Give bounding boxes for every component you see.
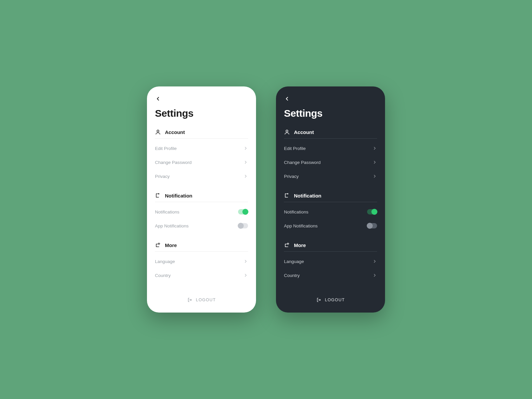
chevron-left-icon: [284, 96, 290, 102]
more-icon: [284, 242, 290, 248]
row-label: Language: [155, 259, 175, 264]
chevron-right-icon: [372, 174, 377, 179]
toggle-app-notifications[interactable]: [367, 223, 377, 228]
row-label: Privacy: [155, 174, 170, 179]
row-notifications[interactable]: Notifications: [155, 205, 248, 219]
toggle-notifications[interactable]: [238, 209, 248, 214]
chevron-right-icon: [372, 146, 377, 151]
logout-label: LOGOUT: [196, 298, 216, 302]
row-country[interactable]: Country: [155, 268, 248, 282]
row-label: Privacy: [284, 174, 299, 179]
logout-icon: [187, 297, 193, 303]
section-more: More Language Country: [284, 242, 377, 282]
user-icon: [155, 129, 161, 135]
chevron-left-icon: [155, 96, 161, 102]
back-button[interactable]: [155, 96, 161, 102]
row-edit-profile[interactable]: Edit Profile: [284, 141, 377, 155]
row-label: Change Password: [284, 160, 321, 165]
back-button[interactable]: [284, 96, 290, 102]
row-country[interactable]: Country: [284, 268, 377, 282]
logout-icon: [316, 297, 322, 303]
settings-screen-light: Settings Account Edit Profile Change Pas…: [147, 86, 256, 313]
section-account: Account Edit Profile Change Password Pri…: [284, 129, 377, 183]
logout-button[interactable]: LOGOUT: [155, 295, 248, 305]
section-account: Account Edit Profile Change Password Pri…: [155, 129, 248, 183]
row-change-password[interactable]: Change Password: [284, 155, 377, 169]
section-label: Notification: [294, 193, 322, 199]
section-notification: Notification Notifications App Notificat…: [155, 193, 248, 233]
row-label: Country: [284, 273, 300, 278]
chevron-right-icon: [243, 174, 248, 179]
section-label: More: [165, 242, 177, 248]
svg-point-0: [157, 130, 159, 132]
notification-icon: [155, 193, 161, 199]
svg-point-6: [287, 193, 288, 195]
more-icon: [155, 242, 161, 248]
row-label: App Notifications: [155, 223, 189, 228]
row-label: Language: [284, 259, 304, 264]
chevron-right-icon: [372, 259, 377, 264]
row-language[interactable]: Language: [284, 254, 377, 268]
row-notifications[interactable]: Notifications: [284, 205, 377, 219]
row-label: Edit Profile: [284, 146, 306, 151]
section-head-notification: Notification: [155, 193, 248, 202]
notification-icon: [284, 193, 290, 199]
section-head-account: Account: [155, 129, 248, 139]
chevron-right-icon: [243, 273, 248, 278]
chevron-right-icon: [372, 273, 377, 278]
row-label: App Notifications: [284, 223, 318, 228]
row-label: Country: [155, 273, 171, 278]
section-label: Account: [165, 129, 185, 135]
row-label: Edit Profile: [155, 146, 177, 151]
row-change-password[interactable]: Change Password: [155, 155, 248, 169]
row-edit-profile[interactable]: Edit Profile: [155, 141, 248, 155]
row-label: Notifications: [155, 209, 180, 214]
chevron-right-icon: [243, 259, 248, 264]
section-notification: Notification Notifications App Notificat…: [284, 193, 377, 233]
section-head-account: Account: [284, 129, 377, 139]
toggle-notifications[interactable]: [367, 209, 377, 214]
section-head-more: More: [155, 242, 248, 252]
row-app-notifications[interactable]: App Notifications: [155, 219, 248, 233]
svg-point-1: [158, 193, 159, 195]
user-icon: [284, 129, 290, 135]
section-label: More: [294, 242, 306, 248]
page-title: Settings: [284, 108, 377, 119]
section-head-more: More: [284, 242, 377, 252]
chevron-right-icon: [243, 146, 248, 151]
row-label: Change Password: [155, 160, 192, 165]
section-head-notification: Notification: [284, 193, 377, 202]
svg-point-5: [286, 130, 288, 132]
row-label: Notifications: [284, 209, 309, 214]
section-more: More Language Country: [155, 242, 248, 282]
page-title: Settings: [155, 108, 248, 119]
logout-button[interactable]: LOGOUT: [284, 295, 377, 305]
row-app-notifications[interactable]: App Notifications: [284, 219, 377, 233]
chevron-right-icon: [372, 160, 377, 165]
chevron-right-icon: [243, 160, 248, 165]
section-label: Account: [294, 129, 314, 135]
row-language[interactable]: Language: [155, 254, 248, 268]
row-privacy[interactable]: Privacy: [284, 169, 377, 183]
section-label: Notification: [165, 193, 193, 199]
row-privacy[interactable]: Privacy: [155, 169, 248, 183]
settings-screen-dark: Settings Account Edit Profile Change Pas…: [276, 86, 385, 313]
toggle-app-notifications[interactable]: [238, 223, 248, 228]
logout-label: LOGOUT: [325, 298, 345, 302]
